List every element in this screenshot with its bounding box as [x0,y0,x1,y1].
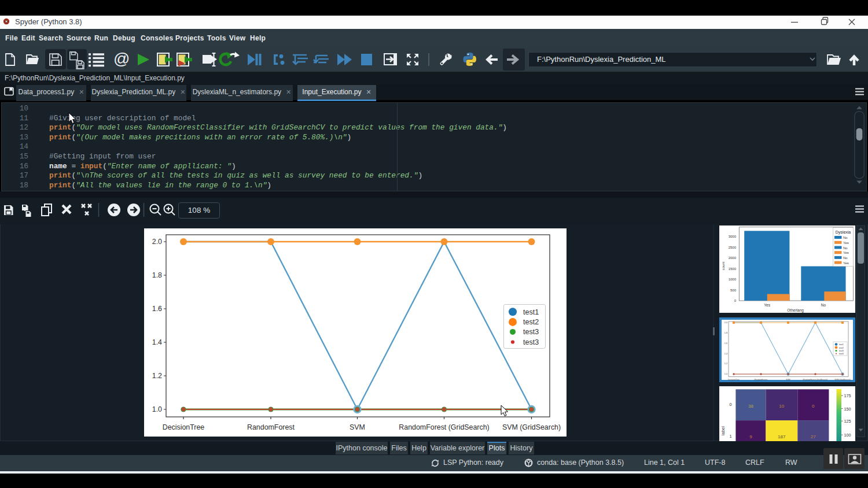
svg-text:2.0: 2.0 [152,238,162,246]
svg-text:3000: 3000 [729,235,737,238]
svg-text:38: 38 [748,404,753,409]
svg-text:2500: 2500 [729,246,737,249]
svg-text:1.6: 1.6 [152,305,162,313]
svg-text:SVM: SVM [786,379,790,381]
svg-text:1.8: 1.8 [724,332,727,334]
svg-text:100: 100 [844,432,851,438]
svg-text:Dyslexia: Dyslexia [836,230,851,235]
svg-text:test1: test1 [839,343,844,346]
svg-text:1.4: 1.4 [724,353,727,355]
svg-text:1.4: 1.4 [152,338,162,346]
svg-text:DecisionTree: DecisionTree [163,423,205,431]
svg-text:10: 10 [779,404,784,409]
svg-text:500: 500 [730,289,737,292]
svg-text:RandomForest: RandomForest [755,379,767,381]
svg-text:1.2: 1.2 [724,363,727,365]
svg-text:No: No [843,236,848,239]
svg-text:label: label [720,426,726,435]
svg-text:2000: 2000 [729,256,737,260]
svg-text:1.2: 1.2 [152,372,162,380]
svg-text:1.0: 1.0 [152,405,162,413]
svg-text:125: 125 [844,419,851,424]
svg-text:Yes: Yes [843,241,849,245]
svg-text:1.0: 1.0 [724,373,727,375]
svg-text:test2: test2 [523,318,539,326]
svg-text:SVM (GridSearch): SVM (GridSearch) [834,379,851,381]
svg-text:0: 0 [812,404,815,409]
svg-text:count: count [722,261,725,270]
svg-text:Yes: Yes [843,261,849,265]
svg-text:SVM (GridSearch): SVM (GridSearch) [502,423,561,431]
svg-text:187: 187 [778,434,786,439]
svg-text:No: No [843,246,848,250]
svg-text:RandomForest (GridSearch): RandomForest (GridSearch) [399,423,489,431]
svg-text:test3: test3 [523,328,539,336]
svg-text:@: @ [113,50,130,68]
svg-text:1.8: 1.8 [152,271,162,279]
svg-text:1: 1 [730,434,732,439]
svg-text:test3: test3 [839,353,844,355]
svg-text:test3: test3 [839,350,844,352]
svg-text:Yes: Yes [843,251,849,254]
svg-text:1.6: 1.6 [724,342,727,345]
svg-text:SVM: SVM [350,423,365,431]
svg-text:No: No [821,303,826,307]
svg-text:27: 27 [811,434,816,439]
svg-text:0: 0 [730,402,732,407]
svg-text:175: 175 [844,393,851,398]
svg-text:No: No [843,256,848,260]
svg-text:150: 150 [844,406,851,412]
svg-text:Otherlang: Otherlang [787,308,804,313]
svg-text:2.0: 2.0 [724,321,727,324]
svg-text:test3: test3 [523,338,539,346]
svg-text:RandomForest: RandomForest [247,423,295,431]
svg-text:1000: 1000 [729,278,737,281]
svg-text:test2: test2 [839,347,844,349]
svg-text:1500: 1500 [729,267,737,271]
svg-text:RandomForest (GridSearch): RandomForest (GridSearch) [803,379,828,381]
svg-text:Yes: Yes [764,303,770,307]
svg-text:9: 9 [749,434,752,439]
svg-text:test1: test1 [523,308,539,316]
svg-text:DecisionTree: DecisionTree [728,379,740,381]
